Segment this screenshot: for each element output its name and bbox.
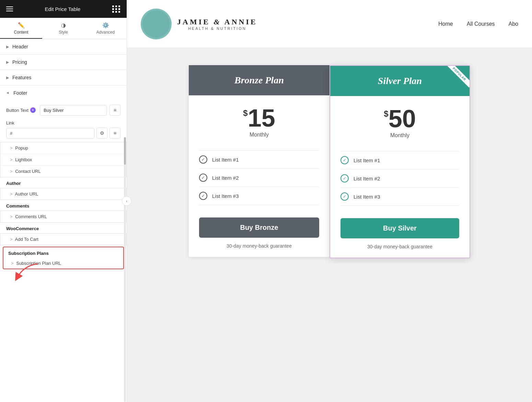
silver-feature-3: ✓ List Item #3 <box>340 188 459 206</box>
author-dropdown: > Author URL <box>0 188 127 200</box>
header-arrow-icon: ▶ <box>6 45 9 49</box>
silver-guarantee: 30-day money-back guarantee <box>367 244 432 249</box>
dropdown-lightbox[interactable]: > Lightbox <box>0 154 126 166</box>
section-features[interactable]: ▶ Features <box>0 70 127 85</box>
bronze-feature-1-label: List Item #1 <box>212 157 239 163</box>
bronze-price-display: $ 15 <box>243 106 275 130</box>
nav-bar: JAMIE & ANNIE HEALTH & NUTRITION Home Al… <box>127 0 532 48</box>
footer-arrow-icon: ▼ <box>6 91 10 95</box>
button-text-options-icon[interactable]: ≡ <box>109 105 120 116</box>
advanced-icon: ⚙️ <box>102 22 109 28</box>
top-bar-title: Edit Price Table <box>45 6 81 12</box>
silver-feature-2-label: List Item #2 <box>354 176 380 181</box>
hamburger-icon[interactable] <box>6 7 13 11</box>
button-text-label: Button Text ✦ <box>6 107 37 113</box>
tab-content[interactable]: ✏️ Content <box>0 18 42 39</box>
silver-currency: $ <box>384 109 388 119</box>
buy-silver-button[interactable]: Buy Silver <box>340 218 459 238</box>
silver-feature-3-label: List Item #3 <box>354 194 380 200</box>
tab-advanced[interactable]: ⚙️ Advanced <box>84 18 127 39</box>
silver-feature-1-label: List Item #1 <box>354 157 380 163</box>
footer-content: Button Text ✦ ≡ Link ⚙ ≡ <box>0 100 127 139</box>
logo-circle <box>141 9 172 39</box>
tab-style[interactable]: ◑ Style <box>42 18 84 39</box>
button-text-input[interactable] <box>40 105 107 116</box>
pricing-arrow-icon: ▶ <box>6 60 9 64</box>
left-panel: Edit Price Table ✏️ Content ◑ Style ⚙️ A… <box>0 0 127 402</box>
footer-label: Footer <box>13 90 27 96</box>
bronze-feature-3-label: List Item #3 <box>212 193 239 199</box>
silver-price-amount: 50 <box>389 106 416 131</box>
tab-bar: ✏️ Content ◑ Style ⚙️ Advanced <box>0 18 127 39</box>
section-features-label: Features <box>12 75 31 80</box>
scrollbar-thumb <box>124 137 126 165</box>
logo-brand: JAMIE & ANNIE <box>177 17 257 26</box>
bronze-card-title: Bronze Plan <box>234 75 284 86</box>
logo-text: JAMIE & ANNIE HEALTH & NUTRITION <box>177 17 257 31</box>
scrollbar[interactable] <box>124 137 126 402</box>
button-text-row: Button Text ✦ ≡ <box>6 105 120 116</box>
dynamic-icon: ✦ <box>30 107 36 113</box>
silver-price-period: Monthly <box>390 132 409 139</box>
link-input[interactable] <box>6 128 94 139</box>
bronze-check-3: ✓ <box>199 192 207 200</box>
dropdown-contact-url[interactable]: > Contact URL <box>0 166 126 177</box>
silver-feature-2: ✓ List Item #2 <box>340 169 459 188</box>
nav-abo[interactable]: Abo <box>509 21 518 27</box>
silver-price-display: $ 50 <box>384 106 416 131</box>
dropdown-author-url[interactable]: > Author URL <box>0 188 126 200</box>
logo-circle-inner <box>142 10 170 38</box>
nav-links: Home All Courses Abo <box>438 21 518 27</box>
silver-card-header: Silver Plan <box>330 66 470 96</box>
dropdown-comments-url[interactable]: > Comments URL <box>0 211 126 222</box>
section-pricing[interactable]: ▶ Pricing <box>0 55 127 70</box>
bronze-card: Bronze Plan $ 15 Monthly ✓ List Item #1 … <box>189 65 329 257</box>
section-pricing-label: Pricing <box>12 59 27 65</box>
top-bar: Edit Price Table <box>0 0 127 18</box>
footer-header[interactable]: ▼ Footer <box>0 85 127 100</box>
bronze-card-header: Bronze Plan <box>189 65 329 95</box>
dropdown-popup[interactable]: > Popup <box>0 142 126 154</box>
link-options-icon[interactable]: ≡ <box>109 128 120 139</box>
bronze-card-body: $ 15 Monthly ✓ List Item #1 ✓ List Item … <box>189 95 329 257</box>
tab-content-label: Content <box>14 30 28 35</box>
link-input-row: ⚙ ≡ <box>6 128 120 139</box>
bronze-check-2: ✓ <box>199 174 207 182</box>
pricing-area: Bronze Plan $ 15 Monthly ✓ List Item #1 … <box>127 48 532 402</box>
author-group-title: Author <box>0 177 127 188</box>
tab-advanced-label: Advanced <box>96 30 115 35</box>
comments-dropdown: > Comments URL <box>0 211 127 223</box>
woocommerce-dropdown: > Add To Cart <box>0 233 127 245</box>
section-header[interactable]: ▶ Header <box>0 39 127 55</box>
grid-icon[interactable] <box>112 5 120 13</box>
bronze-feature-3: ✓ List Item #3 <box>199 187 319 205</box>
dropdown-list: > Popup > Lightbox > Contact URL <box>0 142 127 177</box>
collapse-handle[interactable]: ‹ <box>122 196 131 206</box>
bronze-guarantee: 30-day money-back guarantee <box>227 243 292 249</box>
silver-feature-1: ✓ List Item #1 <box>340 151 459 169</box>
subscription-section: Subscription Plans > Subscription Plan U… <box>3 247 124 269</box>
bronze-price-period: Monthly <box>250 132 269 138</box>
bronze-check-1: ✓ <box>199 155 207 164</box>
section-header-label: Header <box>12 44 28 49</box>
bronze-feature-2-label: List Item #2 <box>212 175 239 181</box>
silver-card-body: $ 50 Monthly ✓ List Item #1 ✓ List Item … <box>330 96 470 258</box>
link-settings-icon[interactable]: ⚙ <box>96 128 107 139</box>
nav-all-courses[interactable]: All Courses <box>467 21 495 27</box>
popular-ribbon <box>442 66 470 93</box>
silver-card-title: Silver Plan <box>378 75 422 86</box>
bronze-feature-2: ✓ List Item #2 <box>199 169 319 187</box>
silver-check-3: ✓ <box>340 192 349 201</box>
buy-bronze-button[interactable]: Buy Bronze <box>199 217 319 238</box>
silver-card: Silver Plan $ 50 Monthly ✓ List Item #1 … <box>329 65 470 258</box>
logo-area: JAMIE & ANNIE HEALTH & NUTRITION <box>141 9 438 39</box>
subscription-title: Subscription Plans <box>3 247 123 258</box>
subscription-plan-url[interactable]: > Subscription Plan URL <box>3 258 123 269</box>
features-arrow-icon: ▶ <box>6 75 9 80</box>
link-label: Link <box>6 120 120 126</box>
dropdown-add-to-cart[interactable]: > Add To Cart <box>0 234 126 245</box>
bronze-currency: $ <box>243 108 247 118</box>
woocommerce-group-title: WooCommerce <box>0 223 127 233</box>
silver-check-1: ✓ <box>340 156 349 164</box>
nav-home[interactable]: Home <box>438 21 453 27</box>
